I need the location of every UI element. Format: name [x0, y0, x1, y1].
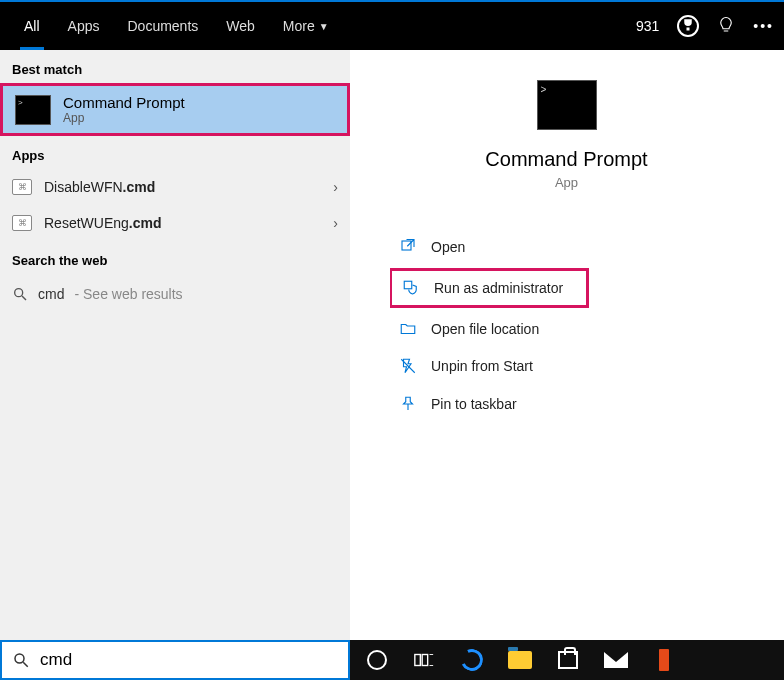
- tab-all[interactable]: All: [10, 2, 54, 50]
- search-box[interactable]: [0, 640, 350, 680]
- best-match-texts: Command Prompt App: [63, 94, 185, 125]
- command-prompt-icon: [537, 80, 597, 130]
- web-search-result[interactable]: cmd - See web results: [0, 274, 350, 314]
- edge-icon[interactable]: [459, 647, 485, 673]
- tab-web[interactable]: Web: [212, 2, 269, 50]
- action-pin-taskbar[interactable]: Pin to taskbar: [390, 387, 784, 421]
- web-query: cmd: [38, 286, 64, 302]
- folder-icon: [399, 320, 417, 338]
- preview-title: Command Prompt: [485, 148, 647, 171]
- search-icon: [12, 651, 30, 669]
- svg-point-0: [15, 289, 23, 297]
- tab-more[interactable]: More ▼: [269, 2, 343, 50]
- task-view-icon[interactable]: [411, 647, 437, 673]
- section-apps: Apps: [0, 136, 350, 169]
- script-file-icon: ⌘: [12, 179, 32, 195]
- top-filter-bar: All Apps Documents Web More ▼ 931 •••: [0, 0, 784, 50]
- search-icon: [12, 286, 28, 302]
- app-result-name: DisableWFN.cmd: [44, 179, 155, 195]
- action-label: Pin to taskbar: [431, 396, 517, 412]
- chevron-right-icon[interactable]: ›: [333, 179, 338, 195]
- app-result-name: ResetWUEng.cmd: [44, 215, 162, 231]
- pin-icon: [399, 395, 417, 413]
- preview-actions: Open Run as administrator Open file loca…: [350, 230, 784, 421]
- action-unpin-start[interactable]: Unpin from Start: [390, 349, 784, 383]
- svg-rect-2: [402, 241, 411, 250]
- tab-apps[interactable]: Apps: [54, 2, 114, 50]
- preview-pane: Command Prompt App Open Run as administr…: [350, 50, 784, 640]
- search-input[interactable]: [40, 650, 338, 670]
- action-label: Open: [431, 239, 465, 255]
- action-label: Run as administrator: [434, 280, 563, 296]
- app-result-0[interactable]: ⌘ DisableWFN.cmd ›: [0, 169, 350, 205]
- filter-tabs: All Apps Documents Web More ▼: [10, 2, 343, 50]
- rewards-icon[interactable]: [677, 15, 699, 37]
- app-result-1[interactable]: ⌘ ResetWUEng.cmd ›: [0, 205, 350, 241]
- script-file-icon: ⌘: [12, 215, 32, 231]
- feedback-icon[interactable]: [717, 16, 735, 37]
- tab-documents[interactable]: Documents: [113, 2, 212, 50]
- preview-subtitle: App: [555, 175, 578, 190]
- admin-shield-icon: [402, 279, 420, 297]
- action-label: Open file location: [431, 321, 539, 337]
- section-best-match: Best match: [0, 50, 350, 83]
- best-match-title: Command Prompt: [63, 94, 185, 111]
- web-hint: - See web results: [74, 286, 182, 302]
- command-prompt-icon: [15, 95, 51, 125]
- svg-rect-7: [415, 655, 421, 666]
- taskbar: [350, 640, 784, 680]
- open-icon: [399, 238, 417, 256]
- unpin-icon: [399, 357, 417, 375]
- chevron-down-icon: ▼: [319, 21, 329, 32]
- section-search-web: Search the web: [0, 241, 350, 274]
- store-icon[interactable]: [555, 647, 581, 673]
- tab-more-label: More: [283, 18, 315, 34]
- chevron-right-icon[interactable]: ›: [333, 215, 338, 231]
- best-match-subtitle: App: [63, 111, 185, 125]
- more-options-icon[interactable]: •••: [753, 18, 774, 34]
- mail-icon[interactable]: [603, 647, 629, 673]
- topbar-right: 931 •••: [636, 15, 774, 37]
- office-icon[interactable]: [651, 647, 677, 673]
- action-run-as-admin[interactable]: Run as administrator: [390, 268, 589, 308]
- svg-rect-3: [404, 281, 412, 289]
- action-open-location[interactable]: Open file location: [390, 312, 784, 345]
- cortana-icon[interactable]: [364, 647, 390, 673]
- svg-line-1: [22, 296, 26, 300]
- rewards-points: 931: [636, 18, 659, 34]
- action-open[interactable]: Open: [390, 230, 784, 264]
- file-explorer-icon[interactable]: [507, 647, 533, 673]
- best-match-result[interactable]: Command Prompt App: [0, 83, 350, 136]
- trophy-icon: [679, 17, 697, 35]
- results-pane: Best match Command Prompt App Apps ⌘ Dis…: [0, 50, 350, 640]
- svg-rect-8: [422, 655, 428, 666]
- action-label: Unpin from Start: [431, 358, 533, 374]
- svg-line-6: [23, 662, 28, 667]
- svg-point-5: [15, 654, 24, 663]
